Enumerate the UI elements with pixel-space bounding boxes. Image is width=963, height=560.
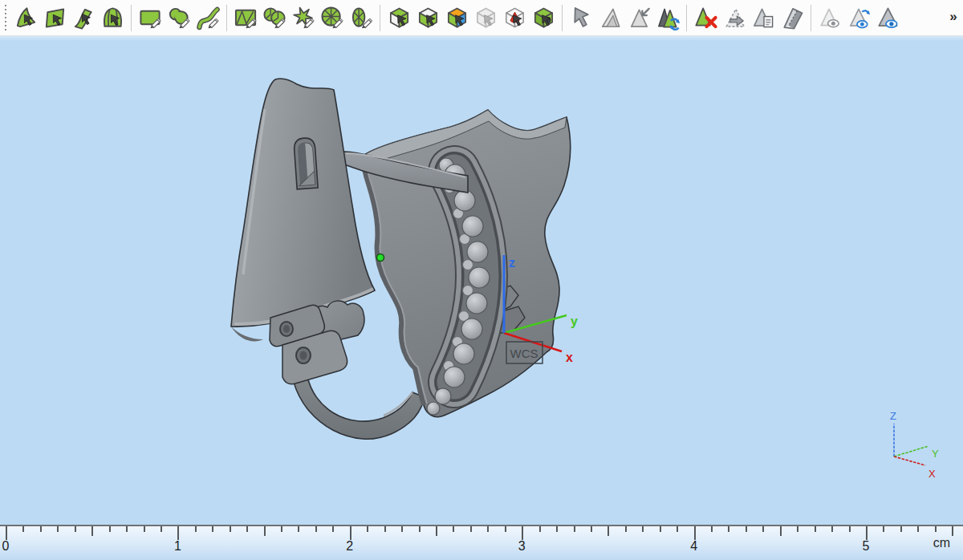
sym-cube-1-icon	[387, 6, 412, 30]
ruler-tick	[40, 526, 42, 532]
show-mesh-tool[interactable]	[873, 2, 902, 33]
ruler-tick	[350, 526, 351, 540]
toolbar-separator	[226, 5, 227, 31]
ruler-tick	[470, 526, 472, 532]
sym-upd-vis-icon	[847, 6, 872, 30]
ruler-tick	[419, 526, 421, 532]
wcs-z-label: z	[509, 256, 515, 270]
sym-delete-icon	[693, 6, 718, 30]
vertex-marker[interactable]	[377, 254, 384, 262]
select-solid-axis-tool[interactable]	[442, 2, 471, 33]
mesh-star-tool[interactable]	[289, 2, 318, 33]
ruler-tick	[75, 526, 76, 532]
sym-sel-quad-icon	[43, 6, 67, 30]
ruler-tick	[522, 526, 523, 540]
ruler-tick	[900, 526, 902, 532]
ruler-tick	[746, 526, 747, 532]
toolbar-items	[11, 0, 963, 36]
ruler-tick	[591, 526, 592, 532]
ruler-tick	[246, 526, 248, 532]
mesh-circle-tool[interactable]	[260, 2, 289, 33]
delete-mesh-tool[interactable]	[691, 2, 720, 33]
mesh-plane-tool[interactable]	[231, 2, 260, 33]
ruler-tick	[453, 526, 454, 532]
ruler-label: 2	[346, 539, 353, 554]
fold-mesh-tool[interactable]	[778, 2, 807, 33]
sym-mesh-rect-icon	[234, 6, 258, 30]
toolbar-grip-handle[interactable]	[2, 3, 10, 32]
ruler-label: 3	[518, 539, 526, 554]
ruler-tick	[22, 526, 24, 532]
toolbar-separator	[131, 5, 132, 31]
sym-mesh-disc-icon	[320, 6, 345, 30]
sym-arrow-gray-icon	[569, 6, 594, 30]
ruler-tick	[91, 526, 93, 536]
toolbar: »	[0, 0, 963, 36]
move-mesh-tool[interactable]	[720, 2, 749, 33]
select-mesh-tool[interactable]	[11, 2, 40, 33]
select-solid-side-tool[interactable]	[413, 2, 442, 33]
sym-sel-shell-icon	[100, 6, 125, 30]
ruler-tick	[126, 526, 128, 532]
wcs-box-label: WCS	[510, 347, 538, 360]
select-solid-ghost-tool[interactable]	[471, 2, 500, 33]
model-right-plate[interactable]	[364, 110, 571, 417]
hide-mesh-tool[interactable]	[815, 2, 844, 33]
update-visibility-tool[interactable]	[844, 2, 873, 33]
ruler-tick	[849, 526, 851, 532]
ruler-tick	[177, 526, 179, 540]
ruler-tick	[935, 526, 937, 532]
toolbar-separator	[686, 5, 687, 31]
mesh-disc-tool[interactable]	[318, 2, 347, 33]
sym-mesh-star-icon	[291, 6, 316, 30]
ruler-tick	[230, 526, 231, 532]
orientation-z-label: Z	[890, 410, 896, 422]
toolbar-separator	[811, 5, 811, 31]
ruler-tick	[780, 526, 782, 536]
select-plane-tool[interactable]	[40, 2, 69, 33]
sym-draw-curve-icon	[196, 6, 221, 30]
sym-fold-icon	[780, 6, 805, 30]
sketch-curve-tool[interactable]	[193, 2, 222, 33]
copy-mesh-tool[interactable]	[749, 2, 778, 33]
sync-mesh-tool[interactable]	[653, 2, 682, 33]
toolbar-overflow-button[interactable]: »	[945, 5, 962, 29]
select-solid-interior-tool[interactable]	[500, 2, 529, 33]
sketch-blob-tool[interactable]	[165, 2, 193, 33]
ruler-tick	[711, 526, 713, 532]
ruler-tick	[281, 526, 282, 532]
import-mesh-tool[interactable]	[624, 2, 653, 33]
sym-show-icon	[876, 6, 900, 30]
sym-cube-3-icon	[445, 6, 469, 30]
ruler-tick	[212, 526, 213, 532]
select-shell-tool[interactable]	[98, 2, 127, 33]
model-fin-slot	[294, 137, 318, 189]
flip-mesh-tool[interactable]	[595, 2, 624, 33]
ruler-label: 4	[690, 539, 697, 554]
viewport-3d[interactable]: z y x WCS Z Y X	[0, 36, 963, 525]
ruler-tick	[401, 526, 403, 532]
wcs-y-label: y	[571, 314, 578, 328]
mesh-half-disc-tool[interactable]	[347, 2, 376, 33]
sym-cube-cone-icon	[502, 6, 527, 30]
ruler-label: 1	[174, 539, 181, 554]
ruler-tick	[298, 526, 299, 532]
ruler-tick	[144, 526, 145, 532]
ruler-tick	[677, 526, 678, 532]
select-strip-tool[interactable]	[69, 2, 98, 33]
pointer-tool[interactable]	[567, 2, 595, 33]
ruler: cm 012345	[0, 525, 963, 560]
ruler-tick	[642, 526, 644, 532]
model-left-fin[interactable]	[231, 79, 375, 341]
sketch-rectangle-tool[interactable]	[136, 2, 165, 33]
ruler-tick	[332, 526, 334, 532]
select-solid-hole-tool[interactable]	[529, 2, 558, 33]
ruler-tick	[367, 526, 368, 532]
ruler-tick	[866, 526, 868, 540]
orientation-y-label: Y	[932, 448, 939, 460]
select-solid-top-tool[interactable]	[384, 2, 413, 33]
model-hinge[interactable]	[270, 301, 364, 384]
model-canvas[interactable]: z y x WCS Z Y X	[0, 36, 963, 525]
ruler-tick	[815, 526, 816, 532]
ruler-tick	[264, 526, 266, 536]
